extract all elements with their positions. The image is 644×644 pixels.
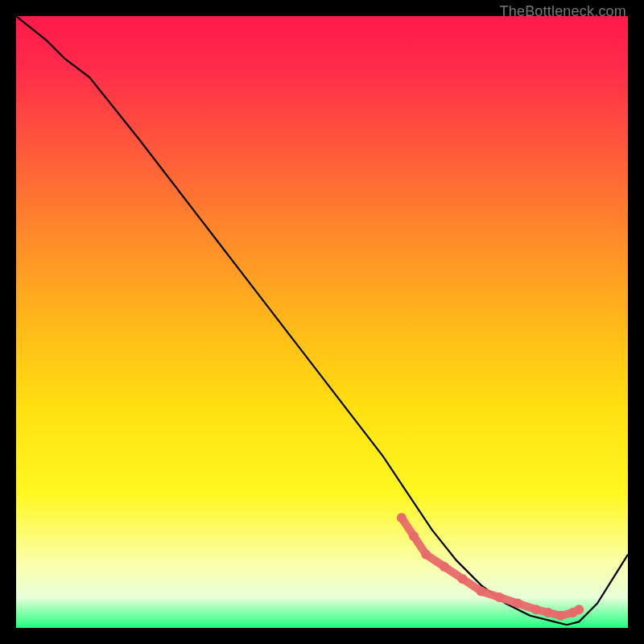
chart-svg [16,16,628,628]
watermark-text: TheBottleneck.com [500,3,626,20]
curve-path [16,16,628,625]
chart-container [16,16,628,628]
marker-stroke [402,518,579,616]
